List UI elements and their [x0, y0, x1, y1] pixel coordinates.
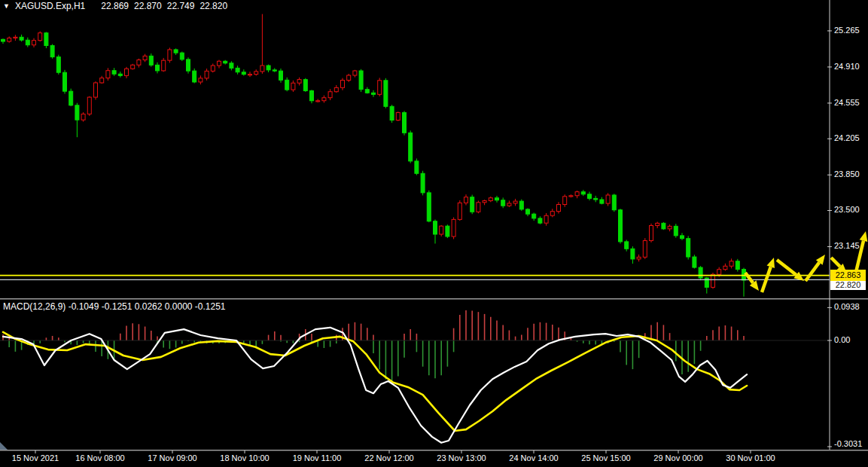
- projection-arrow-shaft[interactable]: [831, 258, 840, 267]
- ohlc-high: 22.870: [134, 1, 162, 11]
- candle-bullish: [563, 197, 567, 205]
- candle-bullish: [334, 87, 338, 91]
- chart-canvas[interactable]: [0, 0, 868, 467]
- candle-bearish: [625, 242, 629, 249]
- macd-panel-corner-marker: [0, 442, 8, 450]
- candle-bearish: [69, 91, 73, 105]
- candle-bearish: [532, 214, 536, 218]
- mt4-chart-window: ▼ XAGUSD.Exp,H1 22.869 22.870 22.749 22.…: [0, 0, 868, 467]
- candle-bearish: [415, 161, 419, 173]
- candle-bearish: [581, 192, 585, 194]
- candle-bearish: [285, 80, 289, 90]
- candle-bearish: [112, 71, 116, 75]
- price-axis-label: 23.145: [834, 241, 867, 250]
- candle-bullish: [396, 112, 400, 120]
- candle-bearish: [501, 200, 505, 206]
- candle-bearish: [273, 70, 276, 71]
- candle-bearish: [224, 61, 227, 63]
- candle-bearish: [693, 257, 696, 267]
- candle-bullish: [100, 78, 104, 83]
- candle-bullish: [378, 81, 382, 95]
- candle-bullish: [656, 223, 659, 225]
- candle-bearish: [236, 68, 239, 72]
- candle-bearish: [310, 91, 314, 101]
- price-axis-label: 23.500: [834, 205, 867, 214]
- candle-bullish: [143, 56, 147, 60]
- candle-bullish: [168, 50, 172, 60]
- time-axis-label: 17 Nov 09:00: [136, 453, 209, 462]
- candle-bearish: [600, 200, 604, 203]
- candle-bullish: [8, 38, 11, 41]
- time-axis-label: 22 Nov 12:00: [353, 453, 425, 462]
- chevron-down-icon[interactable]: ▼: [3, 2, 10, 11]
- candle-bearish: [174, 50, 178, 53]
- symbol-header: ▼ XAGUSD.Exp,H1 22.869 22.870 22.749 22.…: [3, 1, 227, 11]
- candle-bullish: [125, 69, 129, 75]
- candle-bearish: [631, 249, 635, 259]
- candle-bearish: [156, 65, 160, 71]
- candle-bearish: [266, 66, 270, 70]
- candle-bullish: [14, 37, 17, 38]
- candle-bullish: [650, 226, 653, 241]
- candle-bearish: [612, 195, 616, 210]
- projection-arrow-shaft[interactable]: [806, 262, 819, 281]
- macd-axis-label: -0.3031: [834, 439, 867, 448]
- candle-bullish: [643, 240, 647, 257]
- ohlc-open: 22.869: [101, 1, 129, 11]
- candle-bullish: [297, 80, 301, 84]
- candle-bearish: [699, 267, 702, 278]
- candle-bullish: [347, 75, 351, 81]
- candle-bearish: [50, 46, 54, 57]
- candle-bearish: [434, 221, 437, 234]
- macd-axis-label: 0.00: [834, 335, 867, 344]
- candle-bearish: [519, 201, 523, 209]
- price-axis-label: 25.265: [834, 26, 867, 35]
- candle-bullish: [94, 83, 98, 97]
- candle-bearish: [242, 72, 245, 75]
- yellow-level-price-tag: 22.863: [830, 270, 866, 281]
- candle-bullish: [637, 257, 641, 259]
- candle-bullish: [328, 92, 332, 98]
- macd-indicator-label: MACD(12,26,9) -0.1049 -0.1251 0.0262 0.0…: [3, 301, 226, 312]
- candle-bullish: [260, 66, 264, 72]
- candle-bullish: [507, 203, 511, 206]
- candle-bullish: [452, 219, 455, 237]
- candle-bearish: [736, 261, 739, 270]
- time-axis-label: 15 Nov 2021: [0, 453, 72, 462]
- candle-bearish: [409, 133, 413, 161]
- candle-bearish: [26, 40, 29, 44]
- candle-bullish: [440, 226, 443, 234]
- candle-bullish: [483, 200, 486, 202]
- candle-bullish: [248, 75, 252, 75]
- time-axis-label: 16 Nov 08:00: [64, 453, 136, 462]
- time-axis-label: 25 Nov 15:00: [570, 453, 642, 462]
- time-axis-label: 18 Nov 10:00: [209, 453, 281, 462]
- candle-bearish: [538, 218, 542, 223]
- candle-bearish: [662, 223, 665, 229]
- candle-bullish: [341, 81, 345, 88]
- candle-bearish: [427, 193, 431, 221]
- candle-bullish: [322, 98, 326, 101]
- projection-arrow-head[interactable]: [767, 258, 775, 268]
- projection-arrow-shaft[interactable]: [745, 273, 753, 283]
- candle-bullish: [723, 266, 727, 269]
- panel-separator[interactable]: [0, 298, 868, 300]
- candle-bullish: [550, 212, 554, 216]
- candle-bullish: [38, 33, 42, 41]
- candle-bullish: [353, 71, 357, 75]
- candle-bullish: [557, 205, 561, 212]
- price-axis-label: 24.205: [834, 133, 867, 142]
- candle-bearish: [403, 112, 407, 133]
- projection-arrow-head[interactable]: [860, 231, 868, 242]
- price-axis-label: 24.910: [834, 62, 867, 71]
- candle-bearish: [63, 72, 67, 91]
- candle-bullish: [32, 41, 36, 45]
- candle-bullish: [205, 71, 209, 78]
- candle-bearish: [526, 209, 530, 214]
- time-axis-label: 30 Nov 01:00: [714, 453, 787, 462]
- symbol-period-label: XAGUSD.Exp,H1: [15, 1, 85, 11]
- time-axis-label: 23 Nov 13:00: [425, 453, 498, 462]
- projection-arrow-shaft[interactable]: [777, 260, 796, 275]
- time-axis-label: 19 Nov 11:00: [281, 453, 353, 462]
- candle-bullish: [87, 97, 91, 114]
